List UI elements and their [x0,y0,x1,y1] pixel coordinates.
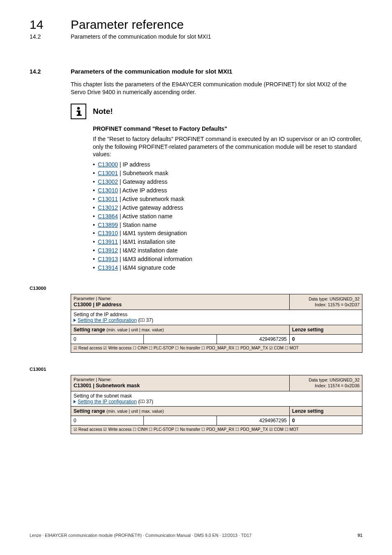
note-list-item: C13864 | Active station name [93,213,362,220]
svg-point-0 [77,107,80,110]
code-link[interactable]: C13864 [98,213,118,220]
section-title: Parameters of the communication module f… [71,68,232,75]
chapter-title: Parameter reference [71,18,184,31]
note-list-text: | Active subnetwork mask [118,196,184,202]
note-list-text: | Active gateway address [118,204,183,211]
code-link[interactable]: C13913 [98,256,118,262]
note-list-text: | I&M1 system designation [118,230,187,236]
code-link[interactable]: C13010 [98,187,118,194]
note-title: Note! [93,104,113,119]
param-table: Parameter | Name:C13001 | Subnetwork mas… [71,375,362,434]
note-list-text: | I&M4 signature code [118,264,175,271]
note-list-text: | Station name [118,222,157,228]
section-number: 14.2 [30,68,71,75]
param-desc-cell: Setting of the subnet maskSetting the IP… [71,391,362,406]
footer-text: Lenze · E94AYCER communication module (P… [30,533,251,538]
min-cell: 0 [71,416,144,425]
lenze-label-cell: Lenze setting [289,325,362,335]
note-block: Note! [71,104,362,119]
lenze-label-cell: Lenze setting [289,406,362,416]
param-anchor: C13000 [30,286,362,291]
param-name-cell: Parameter | Name:C13000 | IP address [71,294,290,310]
max-cell: 4294967295 [217,416,289,425]
chapter-subnumber: 14.2 [30,33,71,40]
code-link[interactable]: C13001 [98,170,118,176]
note-list-item: C13002 | Gateway address [93,178,362,186]
page-number: 91 [357,533,362,538]
note-list-text: | Gateway address [118,178,167,185]
note-subtitle: PROFINET command "Reset to Factory Defau… [93,125,362,133]
note-list-text: | I&M2 installation date [118,247,178,254]
note-list-item: C13911 | I&M1 installation site [93,238,362,246]
note-list-text: | IP address [118,161,150,168]
param-desc-cell: Setting of the IP addressSetting the IP … [71,310,362,325]
code-link[interactable]: C13000 [98,161,118,168]
section-intro: This chapter lists the parameters of the… [71,81,362,96]
code-link[interactable]: C13011 [98,196,118,202]
note-list-item: C13912 | I&M2 installation date [93,247,362,254]
info-icon [71,104,86,119]
chapter-header: 14 Parameter reference [30,18,362,31]
code-link[interactable]: C13912 [98,247,118,254]
default-cell: 0 [289,335,362,344]
page-footer: Lenze · E94AYCER communication module (P… [30,533,362,538]
note-list-item: C13000 | IP address [93,161,362,169]
svg-rect-3 [77,114,82,116]
note-list-text: | Subnetwork mask [118,170,168,176]
note-list-item: C13011 | Active subnetwork mask [93,195,362,203]
note-list-text: | I&M1 installation site [118,238,175,245]
note-list-item: C13001 | Subnetwork mask [93,169,362,177]
unit-cell [144,416,217,425]
separator-dashes: _ _ _ _ _ _ _ _ _ _ _ _ _ _ _ _ _ _ _ _ … [30,51,362,58]
note-list-item: C13914 | I&M4 signature code [93,264,362,272]
note-list-item: C13899 | Station name [93,221,362,229]
default-cell: 0 [289,416,362,425]
note-list: C13000 | IP addressC13001 | Subnetwork m… [93,161,362,272]
param-type-cell: Data type: UNSIGNED_32Index: 11575 = 0x2… [289,294,362,310]
range-label-cell: Setting range (min. value | unit | max. … [71,406,290,416]
note-list-text: | I&M3 additional information [118,256,192,262]
note-list-item: C13010 | Active IP address [93,187,362,194]
param-name-cell: Parameter | Name:C13001 | Subnetwork mas… [71,375,290,391]
access-flags-cell: ☑ Read access ☑ Write access ☐ CINH ☐ PL… [71,425,362,434]
note-paragraph: If the "Reset to factory defaults" PROFI… [93,135,362,159]
code-link[interactable]: C13914 [98,264,118,271]
chapter-number: 14 [30,18,71,31]
note-list-item: C13012 | Active gateway address [93,204,362,212]
param-anchor: C13001 [30,367,362,372]
note-list-item: C13910 | I&M1 system designation [93,229,362,237]
min-cell: 0 [71,335,144,344]
param-type-cell: Data type: UNSIGNED_32Index: 11574 = 0x2… [289,375,362,391]
code-link[interactable]: C13911 [98,238,118,245]
code-link[interactable]: C13002 [98,178,118,185]
note-list-item: C13913 | I&M3 additional information [93,255,362,263]
code-link[interactable]: C13012 [98,204,118,211]
chapter-subtitle: Parameters of the communication module f… [71,33,211,40]
note-list-text: | Active IP address [118,187,167,194]
code-link[interactable]: C13910 [98,230,118,236]
section-heading: 14.2 Parameters of the communication mod… [30,68,362,75]
desc-link[interactable]: Setting the IP configuration [78,399,137,405]
chapter-subheader: 14.2 Parameters of the communication mod… [30,33,362,40]
note-list-text: | Active station name [118,213,173,220]
unit-cell [144,335,217,344]
code-link[interactable]: C13899 [98,222,118,228]
range-label-cell: Setting range (min. value | unit | max. … [71,325,290,335]
desc-link[interactable]: Setting the IP configuration [78,317,137,323]
note-body: PROFINET command "Reset to Factory Defau… [93,125,362,272]
access-flags-cell: ☑ Read access ☑ Write access ☐ CINH ☐ PL… [71,344,362,353]
max-cell: 4294967295 [217,335,289,344]
param-table: Parameter | Name:C13000 | IP addressData… [71,294,362,353]
